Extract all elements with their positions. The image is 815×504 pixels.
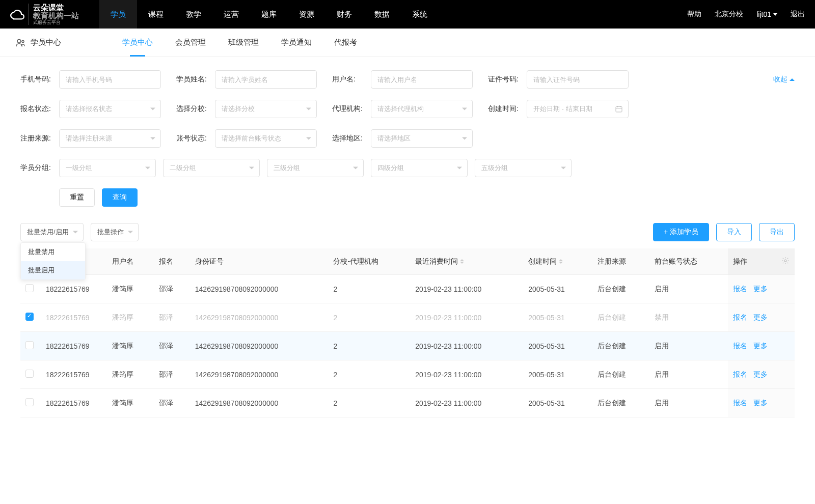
cell-branch: 2 [328, 332, 410, 360]
cell-status: 禁用 [649, 303, 728, 332]
col-signup[interactable]: 报名 [154, 248, 190, 275]
branch-link[interactable]: 北京分校 [715, 10, 743, 19]
cell-signup: 邵泽 [154, 303, 190, 332]
cell-idno: 142629198708092000000 [190, 275, 329, 303]
user-menu[interactable]: lijt01 [756, 10, 777, 18]
cell-source: 后台创建 [592, 389, 649, 417]
row-more-link[interactable]: 更多 [753, 313, 768, 321]
top-nav-题库[interactable]: 题库 [250, 0, 288, 29]
row-more-link[interactable]: 更多 [753, 399, 768, 407]
top-nav-课程[interactable]: 课程 [137, 0, 175, 29]
row-signup-link[interactable]: 报名 [733, 285, 747, 293]
cell-created: 2005-05-31 [523, 389, 592, 417]
sub-nav-班级管理[interactable]: 班级管理 [228, 29, 259, 57]
cell-signup: 邵泽 [154, 389, 190, 417]
signup-status-label: 报名状态 [20, 104, 59, 114]
table-row: 18222615769 潘筠厚 邵泽 142629198708092000000… [20, 332, 795, 360]
username-input[interactable] [371, 70, 473, 89]
subbar: 学员中心 学员中心会员管理班级管理学员通知代报考 [0, 29, 815, 57]
row-checkbox[interactable] [25, 370, 34, 378]
top-nav-学员[interactable]: 学员 [99, 0, 137, 29]
name-input[interactable] [215, 70, 317, 89]
group-select-3[interactable]: 三级分组 [267, 159, 364, 177]
help-link[interactable]: 帮助 [687, 10, 701, 19]
reset-button[interactable]: 重置 [59, 188, 95, 207]
bulk-ops-select[interactable]: 批量操作 [91, 223, 139, 241]
col-account-status[interactable]: 前台账号状态 [649, 248, 728, 275]
idno-input[interactable] [527, 70, 629, 89]
reg-source-label: 注册来源 [20, 134, 59, 143]
signup-status-select[interactable]: 请选择报名状态 [59, 100, 161, 118]
reg-source-select[interactable]: 请选择注册来源 [59, 129, 161, 148]
table-row: 18222615769 潘筠厚 邵泽 142629198708092000000… [20, 303, 795, 332]
cell-branch: 2 [328, 275, 410, 303]
cell-source: 后台创建 [592, 303, 649, 332]
row-checkbox[interactable] [25, 284, 34, 292]
sub-nav-代报考[interactable]: 代报考 [334, 29, 357, 57]
cell-signup: 邵泽 [154, 275, 190, 303]
row-signup-link[interactable]: 报名 [733, 399, 747, 407]
account-status-select[interactable]: 请选择前台账号状态 [215, 129, 317, 148]
group-select-5[interactable]: 五级分组 [475, 159, 572, 177]
group-select-4[interactable]: 四级分组 [371, 159, 468, 177]
row-checkbox[interactable] [25, 341, 34, 349]
row-signup-link[interactable]: 报名 [733, 370, 747, 378]
top-nav-财务[interactable]: 财务 [325, 0, 363, 29]
collapse-link[interactable]: 收起 [773, 70, 795, 89]
table-row: 18222615769 潘筠厚 邵泽 142629198708092000000… [20, 360, 795, 389]
col-created[interactable]: 创建时间 [523, 248, 592, 275]
logo-text: 云朵课堂 教育机构一站式服务云平台 [29, 4, 79, 25]
sub-nav-学员中心[interactable]: 学员中心 [122, 29, 153, 57]
top-nav-数据[interactable]: 数据 [363, 0, 401, 29]
col-username[interactable]: 用户名 [107, 248, 154, 275]
import-button[interactable]: 导入 [716, 223, 752, 241]
region-select[interactable]: 请选择地区 [371, 129, 473, 148]
bulk-toggle-select[interactable]: 批量禁用/启用 [20, 223, 84, 241]
cell-branch: 2 [328, 360, 410, 389]
filters: 手机号码 学员姓名 用户名 证件号码 收起 报名状态请选择报名状态 选择分校请选… [0, 57, 815, 207]
bulk-disable-item[interactable]: 批量禁用 [21, 243, 85, 261]
group-label: 学员分组 [20, 163, 59, 173]
sub-title: 学员中心 [15, 38, 61, 48]
row-more-link[interactable]: 更多 [753, 370, 768, 378]
account-status-label: 账号状态 [176, 134, 215, 143]
col-idno[interactable]: 身份证号 [190, 248, 329, 275]
col-branch[interactable]: 分校-代理机构 [328, 248, 410, 275]
sub-nav-学员通知[interactable]: 学员通知 [281, 29, 312, 57]
cell-phone: 18222615769 [41, 389, 107, 417]
group-select-1[interactable]: 一级分组 [59, 159, 156, 177]
row-checkbox[interactable] [25, 313, 34, 321]
cell-source: 后台创建 [592, 332, 649, 360]
add-student-button[interactable]: + 添加学员 [653, 223, 709, 241]
branch-select[interactable]: 请选择分校 [215, 100, 317, 118]
search-button[interactable]: 查询 [102, 188, 138, 207]
row-more-link[interactable]: 更多 [753, 342, 768, 350]
row-signup-link[interactable]: 报名 [733, 313, 747, 321]
username-label: 用户名 [332, 75, 371, 84]
cell-source: 后台创建 [592, 360, 649, 389]
col-last-consume[interactable]: 最近消费时间 [410, 248, 523, 275]
row-more-link[interactable]: 更多 [753, 285, 768, 293]
create-time-label: 创建时间 [488, 104, 527, 114]
row-checkbox[interactable] [25, 398, 34, 406]
calendar-icon [615, 105, 623, 113]
bulk-enable-item[interactable]: 批量启用 [21, 261, 85, 279]
create-time-range[interactable]: 开始日期 - 结束日期 [527, 100, 629, 118]
cell-created: 2005-05-31 [523, 360, 592, 389]
export-button[interactable]: 导出 [759, 223, 795, 241]
cell-username: 潘筠厚 [107, 389, 154, 417]
col-source[interactable]: 注册来源 [592, 248, 649, 275]
top-nav-资源[interactable]: 资源 [288, 0, 325, 29]
top-nav-系统[interactable]: 系统 [401, 0, 439, 29]
students-table: 用户名 报名 身份证号 分校-代理机构 最近消费时间 创建时间 注册来源 前台账… [20, 248, 795, 417]
agency-select[interactable]: 请选择代理机构 [371, 100, 473, 118]
row-signup-link[interactable]: 报名 [733, 342, 747, 350]
gear-icon[interactable] [781, 257, 790, 265]
phone-input[interactable] [59, 70, 161, 89]
group-select-2[interactable]: 二级分组 [163, 159, 260, 177]
top-nav-运营[interactable]: 运营 [212, 0, 250, 29]
svg-point-0 [17, 39, 21, 43]
sub-nav-会员管理[interactable]: 会员管理 [175, 29, 206, 57]
top-nav-教学[interactable]: 教学 [175, 0, 212, 29]
logout-link[interactable]: 退出 [791, 10, 805, 19]
